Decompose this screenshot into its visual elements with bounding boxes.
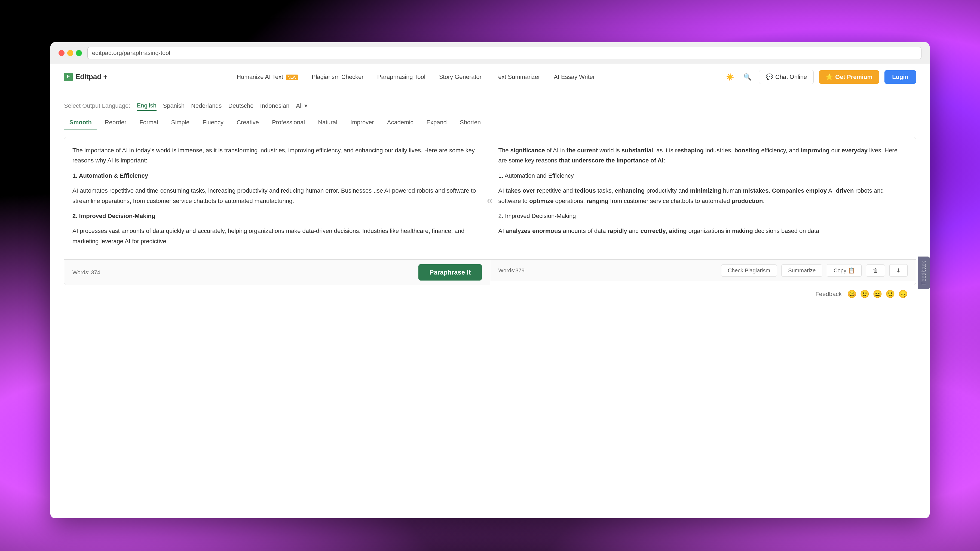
feedback-emoji-2[interactable]: 🙂 bbox=[860, 289, 869, 299]
main-content: Select Output Language: English Spanish … bbox=[50, 90, 930, 314]
nav-plagiarism[interactable]: Plagiarism Checker bbox=[312, 73, 364, 81]
feedback-emoji-4[interactable]: 🙁 bbox=[886, 289, 895, 299]
paraphrase-button[interactable]: Paraphrase It bbox=[418, 264, 482, 281]
tab-expand[interactable]: Expand bbox=[421, 116, 452, 129]
feedback-label: Feedback bbox=[815, 291, 842, 298]
lang-indonesian[interactable]: Indonesian bbox=[260, 101, 290, 111]
output-bold-everyday: everyday bbox=[842, 147, 867, 154]
tab-improver[interactable]: Improver bbox=[345, 116, 379, 129]
lang-all[interactable]: All ▾ bbox=[296, 101, 307, 111]
output-intro: The significance of AI in the current wo… bbox=[498, 145, 908, 166]
tab-smooth[interactable]: Smooth bbox=[64, 116, 97, 129]
new-badge: NEW bbox=[286, 75, 298, 80]
minimize-window-btn[interactable] bbox=[67, 50, 73, 56]
output-bold-tedious: tedious bbox=[575, 187, 596, 194]
feedback-emoji-3[interactable]: 😐 bbox=[873, 289, 882, 299]
bottom-bars: Words: 374 Paraphrase It Words:379 Check… bbox=[64, 260, 916, 285]
nav-links: Humanize AI Text NEW Plagiarism Checker … bbox=[118, 73, 713, 81]
logo-text: Editpad + bbox=[75, 73, 108, 81]
feedback-bar: Feedback 😊 🙂 😐 🙁 😞 bbox=[64, 285, 916, 303]
delete-button[interactable]: 🗑 bbox=[866, 265, 885, 277]
output-bold-substantial: substantial bbox=[622, 147, 653, 154]
output-bold-analyzes: analyzes enormous bbox=[506, 227, 561, 234]
lang-deutsche[interactable]: Deutsche bbox=[228, 101, 254, 111]
search-btn[interactable]: 🔍 bbox=[741, 71, 754, 83]
tab-reorder[interactable]: Reorder bbox=[99, 116, 132, 129]
tab-natural[interactable]: Natural bbox=[312, 116, 343, 129]
address-bar[interactable]: editpad.org/paraphrasing-tool bbox=[88, 47, 921, 59]
output-bold-enhancing: enhancing bbox=[615, 187, 645, 194]
editor-panels: The importance of AI in today's world is… bbox=[64, 137, 916, 260]
output-bold-driven: driven bbox=[836, 187, 854, 194]
quote-mark-icon: « bbox=[487, 192, 492, 209]
output-bold-correctly: correctly bbox=[641, 227, 666, 234]
tab-academic[interactable]: Academic bbox=[382, 116, 419, 129]
login-button[interactable]: Login bbox=[885, 70, 916, 84]
copy-button[interactable]: Copy 📋 bbox=[827, 264, 862, 277]
close-window-btn[interactable] bbox=[59, 50, 65, 56]
feedback-emoji-5[interactable]: 😞 bbox=[898, 289, 908, 299]
maximize-window-btn[interactable] bbox=[76, 50, 82, 56]
get-premium-label: Get Premium bbox=[835, 73, 872, 81]
theme-toggle-btn[interactable]: ☀️ bbox=[724, 71, 736, 83]
lang-nederlands[interactable]: Nederlands bbox=[191, 101, 222, 111]
output-bold-companies: Companies employ bbox=[772, 187, 827, 194]
input-section2-body: AI processes vast amounts of data quickl… bbox=[72, 226, 482, 246]
tab-simple[interactable]: Simple bbox=[166, 116, 195, 129]
lang-english[interactable]: English bbox=[137, 101, 156, 111]
input-word-count: Words: 374 bbox=[72, 269, 100, 276]
output-bold-minimizing: minimizing bbox=[690, 187, 721, 194]
output-section2-title: 2. Improved Decision-Making bbox=[498, 211, 908, 221]
tab-professional[interactable]: Professional bbox=[267, 116, 310, 129]
tab-shorten[interactable]: Shorten bbox=[454, 116, 486, 129]
input-content: The importance of AI in today's world is… bbox=[72, 145, 482, 246]
output-section2-body: AI analyzes enormous amounts of data rap… bbox=[498, 226, 908, 236]
output-section1-body: AI takes over repetitive and tedious tas… bbox=[498, 186, 908, 206]
output-bottom: Words:379 Check Plagiarism Summarize Cop… bbox=[490, 260, 916, 285]
output-bold-mistakes: mistakes bbox=[743, 187, 768, 194]
lang-spanish[interactable]: Spanish bbox=[163, 101, 185, 111]
chat-online-button[interactable]: 💬 Chat Online bbox=[759, 70, 814, 84]
star-icon: ⭐ bbox=[826, 73, 833, 81]
feedback-emojis: 😊 🙂 😐 🙁 😞 bbox=[847, 289, 908, 299]
input-panel[interactable]: The importance of AI in today's world is… bbox=[64, 137, 490, 259]
output-bold-current: the current bbox=[566, 147, 598, 154]
check-plagiarism-button[interactable]: Check Plagiarism bbox=[721, 265, 777, 277]
input-section1-title: 1. Automation & Efficiency bbox=[72, 171, 482, 181]
mode-tabs: Smooth Reorder Formal Simple Fluency Cre… bbox=[64, 116, 916, 130]
output-section1-title: 1. Automation and Efficiency bbox=[498, 171, 908, 181]
output-bold-takesover: takes over bbox=[506, 187, 535, 194]
login-label: Login bbox=[892, 73, 908, 80]
traffic-lights bbox=[59, 50, 82, 56]
nav-essay[interactable]: AI Essay Writer bbox=[554, 73, 595, 81]
summarize-button[interactable]: Summarize bbox=[781, 265, 822, 277]
tab-fluency[interactable]: Fluency bbox=[197, 116, 229, 129]
header-actions: ☀️ 🔍 💬 Chat Online ⭐ Get Premium Login bbox=[724, 70, 916, 84]
output-bottom-bar: Words:379 Check Plagiarism Summarize Cop… bbox=[490, 260, 916, 281]
input-bottom-bar: Words: 374 Paraphrase It bbox=[64, 260, 490, 285]
nav-humanize-ai[interactable]: Humanize AI Text NEW bbox=[237, 73, 298, 81]
output-bold-rapidly: rapidly bbox=[608, 227, 627, 234]
feedback-emoji-1[interactable]: 😊 bbox=[847, 289, 857, 299]
output-bold-making: making bbox=[732, 227, 753, 234]
output-bold-reshaping: reshaping bbox=[675, 147, 704, 154]
output-bold-underscore: that underscore the importance of AI bbox=[559, 157, 663, 164]
nav-paraphrasing[interactable]: Paraphrasing Tool bbox=[377, 73, 425, 81]
chat-icon: 💬 bbox=[766, 73, 773, 81]
language-bar-label: Select Output Language: bbox=[64, 102, 130, 110]
input-bottom: Words: 374 Paraphrase It bbox=[64, 260, 490, 285]
input-section1-body: AI automates repetitive and time-consumi… bbox=[72, 186, 482, 206]
tab-formal[interactable]: Formal bbox=[134, 116, 163, 129]
download-button[interactable]: ⬇ bbox=[889, 264, 908, 277]
app-logo[interactable]: E Editpad + bbox=[64, 73, 108, 81]
nav-story[interactable]: Story Generator bbox=[439, 73, 482, 81]
output-bold-boosting: boosting bbox=[734, 147, 759, 154]
output-panel: « The significance of AI in the current … bbox=[490, 137, 916, 259]
output-actions: Check Plagiarism Summarize Copy 📋 🗑 ⬇ bbox=[721, 264, 908, 277]
get-premium-button[interactable]: ⭐ Get Premium bbox=[819, 70, 879, 84]
feedback-sidebar[interactable]: Feedback bbox=[918, 257, 930, 289]
tab-creative[interactable]: Creative bbox=[231, 116, 264, 129]
input-intro: The importance of AI in today's world is… bbox=[72, 145, 482, 166]
logo-icon: E bbox=[64, 73, 73, 81]
nav-summarizer[interactable]: Text Summarizer bbox=[495, 73, 540, 81]
